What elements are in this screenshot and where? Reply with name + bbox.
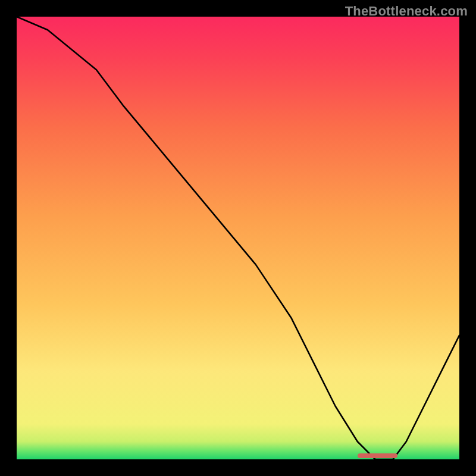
chart-area (17, 17, 459, 459)
optimal-range-marker (358, 453, 397, 458)
bottleneck-curve (17, 17, 459, 459)
